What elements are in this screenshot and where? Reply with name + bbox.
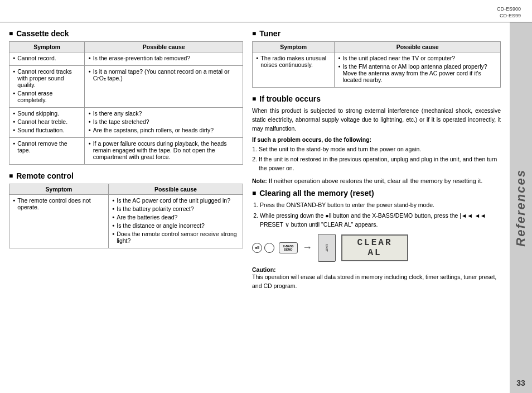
list-item: Is the unit placed near the TV or comput… [338, 55, 497, 61]
unit-icon: UNIT [317, 234, 337, 262]
table-row: Sound skipping. Cannot hear treble. Soun… [9, 108, 243, 138]
list-item: Is the tape stretched? [88, 118, 239, 125]
list-item: Are the capstans, pinch rollers, or head… [88, 127, 239, 133]
reset-section: Clearing all the memory (reset) Press th… [252, 189, 501, 291]
button-group: ●ll [252, 243, 274, 253]
trouble-steps: Set the unit to the stand-by mode and tu… [252, 145, 501, 172]
list-item: Is the AC power cord of the unit plugged… [112, 197, 239, 204]
list-item: Cannot record. [13, 55, 81, 61]
list-item: Is the erase-prevention tab removed? [88, 55, 239, 61]
tuner-section-title: Tuner [252, 29, 501, 38]
reset-steps: Press the ON/STAND-BY button to enter th… [252, 201, 501, 229]
trouble-title: If trouble occurs [252, 94, 501, 103]
tuner-table: Symptom Possible cause The radio makes u… [252, 41, 501, 88]
list-item: Cannot erase completely. [13, 90, 81, 103]
note-text: If neither operation above restores the … [269, 178, 482, 184]
note-title: Note: [252, 178, 267, 184]
main-content: Cassette deck Symptom Possible cause Can… [0, 22, 510, 393]
remote-col2: Possible cause [109, 184, 243, 195]
side-tab: References 33 [510, 22, 532, 393]
trouble-instruction: If such a problem occurs, do the followi… [252, 136, 501, 143]
caution-text: This operation will erase all data store… [252, 273, 501, 291]
caution-title: Caution: [252, 266, 276, 273]
content-area: Cassette deck Symptom Possible cause Can… [0, 22, 532, 393]
table-row: The radio makes unusual noises continuou… [253, 52, 501, 88]
side-tab-label: References [514, 169, 528, 247]
xbass-demo-button-icon: X-BASS DEMO [279, 242, 298, 253]
trouble-section: If trouble occurs When this product is s… [252, 94, 501, 184]
reset-step-1: Press the ON/STAND-BY button to enter th… [260, 201, 501, 210]
table-row: Cannot record. Is the erase-prevention t… [9, 52, 243, 66]
page-number: 33 [516, 378, 525, 387]
display-area: ●ll X-BASS DEMO → UNIT CLEAR AL [252, 234, 501, 262]
list-item: Does the remote control sensor receive s… [112, 231, 239, 244]
table-row: The remote control does not operate. Is … [9, 195, 243, 248]
cassette-col2: Possible cause [85, 42, 243, 52]
circle-icon [264, 243, 274, 253]
tuner-col1: Symptom [253, 42, 335, 52]
trouble-description: When this product is subjected to strong… [252, 107, 501, 133]
list-item: Is the FM antenna or AM loop antenna pla… [338, 63, 497, 83]
cassette-col1: Symptom [9, 42, 85, 52]
list-item: Are the batteries dead? [112, 214, 239, 221]
table-row: Cannot remove the tape. If a power failu… [9, 138, 243, 165]
trouble-step-2: If the unit is not restored in the previ… [259, 155, 501, 173]
list-item: Is there any slack? [88, 110, 239, 117]
cassette-section-title: Cassette deck [9, 29, 243, 38]
page: CD-ES900 CD-ES99 Cassette deck Symptom P… [0, 0, 532, 393]
cassette-table: Symptom Possible cause Cannot record. [9, 41, 243, 165]
tuner-col2: Possible cause [335, 42, 501, 52]
trouble-step-1: Set the unit to the stand-by mode and tu… [259, 145, 501, 154]
list-item: Cannot remove the tape. [13, 140, 81, 154]
list-item: If a power failure occurs during playbac… [88, 140, 239, 160]
list-item: Cannot record tracks with proper sound q… [13, 68, 81, 88]
list-item: The radio makes unusual noises continuou… [256, 55, 331, 68]
note-section: Note: If neither operation above restore… [252, 178, 501, 184]
reset-title: Clearing all the memory (reset) [252, 189, 501, 198]
list-item: Sound fluctuation. [13, 127, 81, 133]
lcd-display: CLEAR AL [341, 234, 408, 261]
right-column: Tuner Symptom Possible cause The radio m… [252, 29, 501, 386]
top-bar: CD-ES900 CD-ES99 [0, 0, 532, 22]
remote-col1: Symptom [9, 184, 109, 195]
table-row: Cannot record tracks with proper sound q… [9, 66, 243, 108]
arrow-icon: → [302, 242, 312, 253]
caution-section: Caution: This operation will erase all d… [252, 266, 501, 291]
pause-button-icon: ●ll [252, 243, 262, 253]
list-item: Is the distance or angle incorrect? [112, 222, 239, 229]
left-column: Cassette deck Symptom Possible cause Can… [9, 29, 243, 386]
remote-section-title: Remote control [9, 171, 243, 180]
reset-step-2: While pressing down the ●ll button and t… [260, 212, 501, 229]
list-item: Is the battery polarity correct? [112, 205, 239, 212]
list-item: Sound skipping. [13, 110, 81, 117]
list-item: The remote control does not operate. [13, 197, 105, 210]
list-item: Is it a normal tape? (You cannot record … [88, 68, 239, 82]
remote-table: Symptom Possible cause The remote contro… [9, 184, 243, 248]
list-item: Cannot hear treble. [13, 118, 81, 125]
model-numbers: CD-ES900 CD-ES99 [497, 6, 521, 20]
